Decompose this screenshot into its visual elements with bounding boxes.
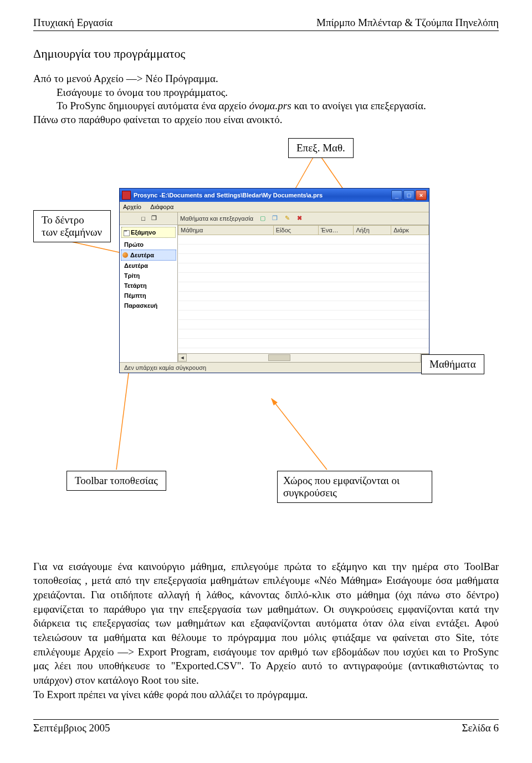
- label-tree: Το δέντρο των εξαμήνων: [33, 210, 111, 242]
- sidebar-item-friday[interactable]: Παρασκευή: [120, 301, 177, 311]
- main-paragraph: Για να εισάγουμε ένα καινούργιο μάθημα, …: [33, 559, 499, 688]
- col-lixi[interactable]: Λήξη: [354, 225, 391, 235]
- table-row[interactable]: [178, 282, 429, 291]
- toolbar-label: Μαθήματα και επεξεργασία: [180, 215, 253, 222]
- table-row[interactable]: [178, 319, 429, 329]
- table-row[interactable]: [178, 244, 429, 253]
- sidebar-item-semester[interactable]: Εξάμηνο: [121, 227, 176, 238]
- footer-right: Σελίδα 6: [462, 722, 499, 734]
- label-mathimata: Μαθήματα: [421, 354, 484, 374]
- page-footer: Σεπτέμβριος 2005 Σελίδα 6: [33, 719, 499, 734]
- sidebar-item-wednesday[interactable]: Τετάρτη: [120, 281, 177, 291]
- grid: Μάθημα Είδος Ένα… Λήξη Διάρκ: [178, 225, 429, 353]
- table-row[interactable]: [178, 338, 429, 348]
- menu-misc[interactable]: Διάφορα: [150, 204, 173, 210]
- sidebar-item-monday[interactable]: Δευτέρα: [120, 261, 177, 271]
- intro-3c: και το ανοίγει για επεξεργασία.: [291, 100, 426, 111]
- main-toolbar: Μαθήματα και επεξεργασία ▢ ❐ ✎ ✖: [178, 212, 429, 225]
- delete-icon[interactable]: ✖: [294, 213, 304, 223]
- copy-icon[interactable]: ❐: [270, 213, 280, 223]
- diagram-area: Επεξ. Μαθ. Το δέντρο των εξαμήνων Μαθήμα…: [33, 138, 499, 554]
- intro-line-4: Πάνω στο παράθυρο φαίνεται το αρχείο που…: [33, 114, 282, 125]
- scroll-left-icon[interactable]: ◄: [178, 354, 187, 362]
- intro-line-2: Εισάγουμε το όνομα του προγράμματος.: [33, 86, 499, 100]
- app-icon: [122, 191, 131, 200]
- col-mathima[interactable]: Μάθημα: [178, 225, 274, 235]
- col-diark[interactable]: Διάρκ: [391, 225, 429, 235]
- statusbar: Δεν υπάρχει καμία σύγκρουση: [120, 362, 429, 373]
- col-eidos[interactable]: Είδος: [273, 225, 318, 235]
- col-ena[interactable]: Ένα…: [319, 225, 354, 235]
- close-button[interactable]: ×: [416, 190, 427, 200]
- label-conflicts: Χώρος που εμφανίζονται οι συγκρούσεις: [277, 471, 432, 503]
- window-title: Prosync -E:\Documents and Settings\Bleda…: [134, 192, 391, 199]
- titlebar[interactable]: Prosync -E:\Documents and Settings\Bleda…: [120, 189, 429, 202]
- table-row[interactable]: [178, 263, 429, 272]
- sidebar-toolbar: □ ❐: [120, 212, 177, 225]
- scroll-thumb[interactable]: [268, 354, 290, 361]
- table-row[interactable]: [178, 301, 429, 310]
- grid-header-row: Μάθημα Είδος Ένα… Λήξη Διάρκ: [178, 225, 429, 235]
- section-title: Δημιουργία του προγράμματος: [33, 47, 499, 61]
- sidebar-new-icon[interactable]: □: [139, 214, 148, 223]
- table-row[interactable]: [178, 235, 429, 244]
- table-row[interactable]: [178, 291, 429, 301]
- maximize-button[interactable]: □: [403, 190, 415, 200]
- svg-line-5: [272, 399, 327, 470]
- sidebar-copy-icon[interactable]: ❐: [150, 214, 158, 223]
- page-header: Πτυχιακή Εργασία Μπίρμπο Μπλένταρ & Τζού…: [33, 17, 499, 31]
- menubar: Αρχείο Διάφορα: [120, 202, 429, 212]
- scroll-track[interactable]: [187, 354, 420, 362]
- sidebar-tree: Εξάμηνο Πρώτο Δευτέρα Δευτέρα Τρίτη Τετά…: [120, 225, 177, 312]
- sidebar: □ ❐ Εξάμηνο Πρώτο Δευτέρα Δευτέρα Τρίτη …: [120, 212, 178, 362]
- header-left: Πτυχιακή Εργασία: [33, 17, 112, 29]
- label-epex-math: Επεξ. Μαθ.: [288, 138, 354, 158]
- last-paragraph: Το Export πρέπει να γίνει κάθε φορά που …: [33, 688, 499, 702]
- edit-icon[interactable]: ✎: [282, 213, 292, 223]
- header-right: Μπίρμπο Μπλένταρ & Τζούμπα Πηνελόπη: [316, 17, 499, 29]
- table-row[interactable]: [178, 310, 429, 319]
- label-toolbar: Toolbar τοποθεσίας: [66, 471, 166, 491]
- sidebar-item-first[interactable]: Πρώτο: [120, 240, 177, 250]
- sidebar-item-monday-selected[interactable]: Δευτέρα: [121, 250, 176, 261]
- footer-left: Σεπτέμβριος 2005: [33, 722, 110, 734]
- table-row[interactable]: [178, 253, 429, 263]
- intro-line-1: Από το μενού Αρχείο —> Νέο Πρόγραμμα.: [33, 73, 218, 84]
- horizontal-scrollbar[interactable]: ◄ ►: [178, 353, 429, 362]
- table-row[interactable]: [178, 272, 429, 282]
- intro-3b: όνομα.prs: [249, 100, 291, 111]
- menu-file[interactable]: Αρχείο: [123, 204, 141, 210]
- sidebar-item-tuesday[interactable]: Τρίτη: [120, 271, 177, 281]
- new-icon[interactable]: ▢: [258, 213, 268, 223]
- intro-text: Από το μενού Αρχείο —> Νέο Πρόγραμμα. Ει…: [33, 72, 499, 127]
- sidebar-item-thursday[interactable]: Πέμπτη: [120, 291, 177, 301]
- main-panel: Μαθήματα και επεξεργασία ▢ ❐ ✎ ✖ Μάθημα …: [178, 212, 429, 362]
- table-row[interactable]: [178, 329, 429, 338]
- minimize-button[interactable]: _: [391, 190, 402, 200]
- app-window: Prosync -E:\Documents and Settings\Bleda…: [119, 188, 429, 373]
- intro-line-3: Το ProSync δημιουργεί αυτόματα ένα αρχεί…: [33, 99, 499, 113]
- intro-3a: Το ProSync δημιουργεί αυτόματα ένα αρχεί…: [57, 100, 249, 111]
